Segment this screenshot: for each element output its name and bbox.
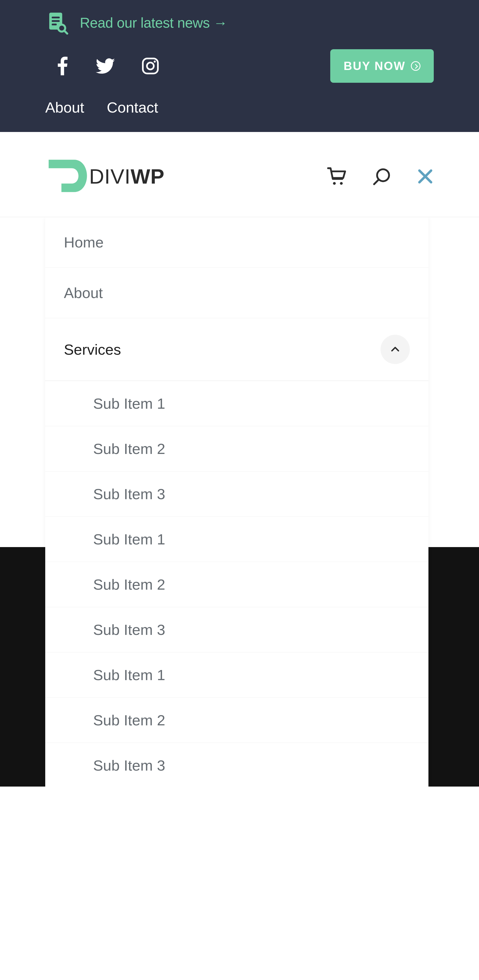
news-row: Read our latest news → bbox=[45, 11, 434, 35]
svg-rect-6 bbox=[143, 59, 158, 74]
svg-point-10 bbox=[340, 182, 342, 185]
social-icons bbox=[56, 57, 159, 75]
top-secondary-nav: About Contact bbox=[45, 99, 434, 116]
document-search-icon bbox=[45, 11, 69, 35]
search-icon[interactable] bbox=[372, 167, 391, 186]
site-logo[interactable]: DIVIWP bbox=[45, 154, 164, 198]
submenu-label: Sub Item 2 bbox=[93, 576, 165, 593]
buy-now-button[interactable]: BUY NOW bbox=[330, 49, 434, 83]
submenu-item[interactable]: Sub Item 2 bbox=[45, 698, 428, 743]
topnav-about[interactable]: About bbox=[45, 99, 84, 116]
twitter-icon[interactable] bbox=[96, 58, 115, 74]
submenu-item[interactable]: Sub Item 2 bbox=[45, 562, 428, 607]
chevron-up-icon[interactable] bbox=[380, 335, 410, 364]
news-link[interactable]: Read our latest news → bbox=[80, 14, 228, 31]
submenu-label: Sub Item 2 bbox=[93, 440, 165, 457]
buy-now-label: BUY NOW bbox=[344, 59, 406, 73]
submenu-item[interactable]: Sub Item 1 bbox=[45, 517, 428, 562]
topnav-contact[interactable]: Contact bbox=[107, 99, 158, 116]
submenu-label: Sub Item 3 bbox=[93, 621, 165, 638]
logo-mark-icon bbox=[45, 154, 88, 198]
menu-item-home[interactable]: Home bbox=[45, 217, 428, 268]
svg-rect-1 bbox=[52, 17, 60, 19]
main-header: DIVIWP bbox=[0, 132, 479, 217]
menu-item-about[interactable]: About bbox=[45, 268, 428, 318]
instagram-icon[interactable] bbox=[142, 57, 159, 75]
submenu-item[interactable]: Sub Item 1 bbox=[45, 381, 428, 426]
svg-point-7 bbox=[147, 62, 154, 70]
svg-line-12 bbox=[374, 180, 379, 185]
svg-point-8 bbox=[154, 60, 156, 63]
logo-text: DIVIWP bbox=[89, 164, 164, 189]
header-icons bbox=[327, 166, 434, 186]
submenu-label: Sub Item 3 bbox=[93, 757, 165, 774]
cart-icon[interactable] bbox=[327, 166, 347, 186]
mobile-menu: Home About Services Sub Item 1 Sub Item … bbox=[45, 217, 428, 787]
arrow-circle-icon bbox=[411, 61, 420, 71]
submenu-item[interactable]: Sub Item 2 bbox=[45, 426, 428, 471]
submenu-label: Sub Item 1 bbox=[93, 531, 165, 548]
svg-line-5 bbox=[64, 30, 67, 33]
menu-item-services[interactable]: Services bbox=[45, 318, 428, 381]
svg-rect-2 bbox=[52, 20, 60, 22]
menu-item-label: Home bbox=[64, 234, 103, 251]
menu-item-label: Services bbox=[64, 341, 121, 358]
svg-point-9 bbox=[333, 182, 336, 185]
hero-area: Home About Services Sub Item 1 Sub Item … bbox=[0, 217, 479, 547]
services-submenu: Sub Item 1 Sub Item 2 Sub Item 3 Sub Ite… bbox=[45, 381, 428, 787]
submenu-item[interactable]: Sub Item 1 bbox=[45, 652, 428, 698]
submenu-label: Sub Item 1 bbox=[93, 666, 165, 684]
menu-item-label: About bbox=[64, 284, 103, 301]
submenu-label: Sub Item 3 bbox=[93, 485, 165, 503]
submenu-label: Sub Item 1 bbox=[93, 395, 165, 412]
social-row: BUY NOW bbox=[45, 49, 434, 83]
logo-text-prefix: DIVI bbox=[89, 164, 130, 189]
logo-text-suffix: WP bbox=[130, 164, 165, 189]
facebook-icon[interactable] bbox=[56, 57, 69, 75]
submenu-label: Sub Item 2 bbox=[93, 711, 165, 729]
close-icon[interactable] bbox=[417, 168, 434, 185]
svg-rect-3 bbox=[52, 24, 57, 25]
submenu-item[interactable]: Sub Item 3 bbox=[45, 743, 428, 787]
submenu-item[interactable]: Sub Item 3 bbox=[45, 471, 428, 517]
topbar: Read our latest news → bbox=[0, 0, 479, 132]
submenu-item[interactable]: Sub Item 3 bbox=[45, 607, 428, 652]
